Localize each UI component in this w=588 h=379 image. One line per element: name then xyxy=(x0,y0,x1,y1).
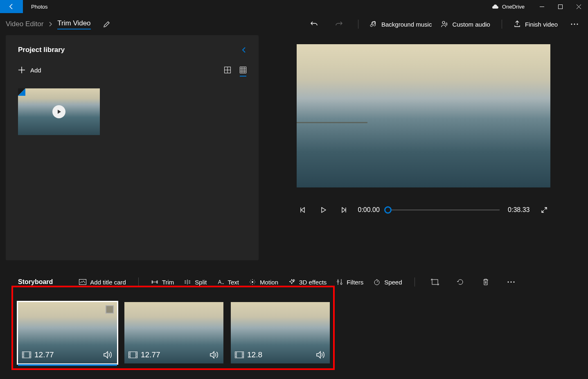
filters-button[interactable]: Filters xyxy=(336,278,363,286)
clip-volume-button[interactable] xyxy=(210,351,219,359)
close-button[interactable] xyxy=(570,0,588,13)
minimize-icon xyxy=(540,5,544,9)
seek-slider[interactable] xyxy=(388,210,500,210)
effects-3d-button[interactable]: 3D effects xyxy=(288,278,327,286)
text-button[interactable]: Text xyxy=(217,279,239,286)
skip-back-icon xyxy=(300,207,306,213)
clip-volume-button[interactable] xyxy=(316,351,326,359)
play-button[interactable] xyxy=(317,204,329,216)
expand-icon xyxy=(541,207,547,213)
split-label: Split xyxy=(195,279,207,286)
storyboard-clips: 12.7712.7712.8 xyxy=(18,302,570,363)
clip-duration: 12.8 xyxy=(247,350,262,359)
trim-icon xyxy=(151,279,158,285)
main-area: Project library Add xyxy=(0,35,588,260)
time-current: 0:00.00 xyxy=(358,206,380,214)
finish-video-label: Finish video xyxy=(525,21,558,28)
clip-checkbox[interactable] xyxy=(106,305,114,314)
motion-icon xyxy=(249,278,256,286)
next-frame-button[interactable] xyxy=(338,204,350,216)
fullscreen-button[interactable] xyxy=(538,204,550,216)
library-title: Project library xyxy=(18,46,65,54)
view-large-button[interactable] xyxy=(224,67,231,73)
view-small-button[interactable] xyxy=(240,67,246,73)
rotate-button[interactable] xyxy=(453,274,468,290)
resize-button[interactable] xyxy=(427,274,443,290)
clip-volume-button[interactable] xyxy=(103,351,113,359)
chevron-left-icon xyxy=(241,46,246,54)
back-button[interactable] xyxy=(0,0,23,13)
film-icon xyxy=(235,352,244,358)
text-icon xyxy=(217,279,224,285)
motion-button[interactable]: Motion xyxy=(249,278,278,286)
storyboard-more-button[interactable] xyxy=(503,274,519,290)
library-collapse-button[interactable] xyxy=(241,46,246,54)
breadcrumb-current[interactable]: Trim Video xyxy=(57,19,90,29)
svg-point-4 xyxy=(442,21,445,24)
play-icon xyxy=(320,207,327,213)
svg-point-26 xyxy=(340,283,342,284)
add-media-button[interactable]: Add xyxy=(18,66,41,74)
rotate-icon xyxy=(457,278,464,286)
text-label: Text xyxy=(228,279,239,286)
minimize-button[interactable] xyxy=(533,0,551,13)
rename-button[interactable] xyxy=(99,16,115,32)
pencil-icon xyxy=(103,20,110,28)
app-title: Photos xyxy=(23,4,47,10)
music-icon xyxy=(370,20,377,28)
person-audio-icon xyxy=(441,20,448,28)
speed-button[interactable]: Speed xyxy=(373,278,402,286)
svg-rect-13 xyxy=(240,67,246,73)
prev-frame-button[interactable] xyxy=(297,204,309,216)
maximize-icon xyxy=(558,5,563,9)
more-button[interactable] xyxy=(567,16,582,32)
svg-point-6 xyxy=(574,24,575,25)
time-total: 0:38.33 xyxy=(508,206,529,214)
background-music-button[interactable]: Background music xyxy=(370,20,432,28)
library-clip-thumbnail[interactable] xyxy=(18,88,100,135)
seek-thumb[interactable] xyxy=(384,206,392,214)
clip-duration: 12.77 xyxy=(141,350,160,359)
add-title-card-label: Add title card xyxy=(90,279,126,286)
plus-icon xyxy=(18,66,25,74)
filters-icon xyxy=(336,278,343,286)
filters-label: Filters xyxy=(347,279,363,286)
maximize-button[interactable] xyxy=(551,0,570,13)
chevron-right-icon xyxy=(48,21,52,27)
split-button[interactable]: Split xyxy=(184,279,207,286)
clip-duration: 12.77 xyxy=(34,350,54,359)
custom-audio-button[interactable]: Custom audio xyxy=(441,20,490,28)
grid-small-icon xyxy=(240,67,246,73)
storyboard-clip[interactable]: 12.77 xyxy=(124,302,223,363)
titlebar: Photos OneDrive xyxy=(0,0,588,13)
breadcrumb-row: Video Editor Trim Video Background music… xyxy=(0,13,588,35)
skip-forward-icon xyxy=(340,207,347,213)
trim-button[interactable]: Trim xyxy=(151,279,174,286)
storyboard-clip[interactable]: 12.8 xyxy=(231,302,330,363)
divider xyxy=(358,20,358,29)
svg-rect-1 xyxy=(559,5,563,9)
project-library-panel: Project library Add xyxy=(6,35,259,260)
svg-point-31 xyxy=(513,282,514,283)
storyboard-title: Storyboard xyxy=(18,278,53,286)
trim-label: Trim xyxy=(162,279,174,286)
motion-label: Motion xyxy=(260,279,278,286)
add-title-card-button[interactable]: Add title card xyxy=(79,279,126,286)
delete-button[interactable] xyxy=(478,274,493,290)
cloud-icon xyxy=(491,4,499,9)
storyboard-clip[interactable]: 12.77 xyxy=(18,302,117,363)
finish-video-button[interactable]: Finish video xyxy=(514,20,558,28)
arrow-left-icon xyxy=(8,3,15,10)
storyboard-panel: Storyboard Add title card Trim Split Tex… xyxy=(0,260,588,379)
split-icon xyxy=(184,279,191,285)
grid-large-icon xyxy=(224,67,231,73)
undo-button[interactable] xyxy=(306,16,322,32)
onedrive-status[interactable]: OneDrive xyxy=(491,4,533,10)
ellipsis-icon xyxy=(571,23,578,25)
breadcrumb-root[interactable]: Video Editor xyxy=(6,20,43,28)
divider xyxy=(502,20,502,29)
redo-button[interactable] xyxy=(331,16,347,32)
playback-controls: 0:00.00 0:38.33 xyxy=(297,204,550,216)
video-preview[interactable] xyxy=(297,44,550,187)
ellipsis-icon xyxy=(507,281,515,283)
